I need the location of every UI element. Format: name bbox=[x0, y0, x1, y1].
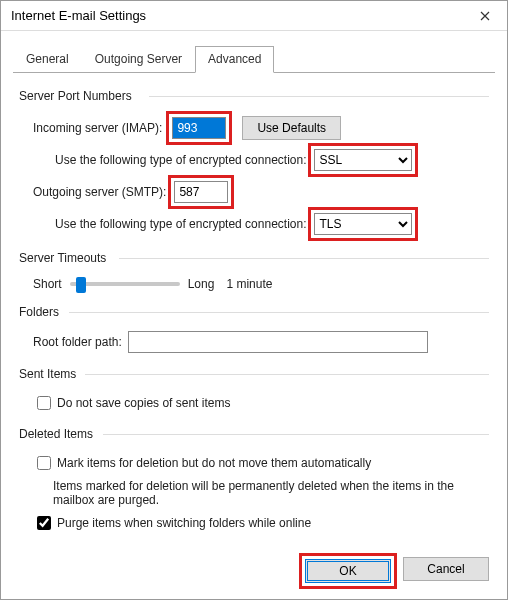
group-server-timeouts-label: Server Timeouts bbox=[19, 251, 106, 265]
mark-deletion-checkbox[interactable] bbox=[37, 456, 51, 470]
cancel-button[interactable]: Cancel bbox=[403, 557, 489, 581]
no-save-sent-label: Do not save copies of sent items bbox=[57, 396, 230, 410]
root-folder-input[interactable] bbox=[128, 331, 428, 353]
window-title: Internet E-mail Settings bbox=[11, 8, 146, 23]
timeout-slider[interactable] bbox=[70, 282, 180, 286]
tab-general-label: General bbox=[26, 52, 69, 66]
dialog-window: Internet E-mail Settings General Outgoin… bbox=[0, 0, 508, 600]
root-folder-label: Root folder path: bbox=[33, 335, 122, 349]
dialog-footer: OK Cancel bbox=[303, 557, 489, 585]
group-server-timeouts: Server Timeouts bbox=[19, 251, 489, 265]
group-deleted-items-label: Deleted Items bbox=[19, 427, 93, 441]
group-folders: Folders bbox=[19, 305, 489, 319]
tab-advanced-label: Advanced bbox=[208, 52, 261, 66]
deletion-note: Items marked for deletion will be perman… bbox=[53, 479, 473, 507]
group-deleted-items: Deleted Items bbox=[19, 427, 489, 441]
tab-general[interactable]: General bbox=[13, 46, 82, 73]
group-sent-items: Sent Items bbox=[19, 367, 489, 381]
outgoing-encryption-select[interactable]: TLS bbox=[314, 213, 412, 235]
incoming-server-label: Incoming server (IMAP): bbox=[33, 121, 162, 135]
group-server-port-numbers-label: Server Port Numbers bbox=[19, 89, 132, 103]
use-defaults-button[interactable]: Use Defaults bbox=[242, 116, 341, 140]
use-defaults-label: Use Defaults bbox=[257, 121, 326, 135]
group-server-port-numbers: Server Port Numbers bbox=[19, 89, 489, 103]
incoming-port-input[interactable] bbox=[172, 117, 226, 139]
outgoing-encryption-label: Use the following type of encrypted conn… bbox=[55, 217, 306, 231]
slider-thumb[interactable] bbox=[76, 277, 86, 293]
titlebar: Internet E-mail Settings bbox=[1, 1, 507, 31]
cancel-label: Cancel bbox=[427, 562, 464, 576]
no-save-sent-checkbox[interactable] bbox=[37, 396, 51, 410]
timeout-long-label: Long bbox=[188, 277, 215, 291]
close-icon bbox=[480, 11, 490, 21]
tab-advanced[interactable]: Advanced bbox=[195, 46, 274, 73]
purge-label: Purge items when switching folders while… bbox=[57, 516, 311, 530]
ok-button[interactable]: OK bbox=[305, 559, 391, 583]
panel-advanced: Server Port Numbers Incoming server (IMA… bbox=[1, 73, 507, 545]
outgoing-server-label: Outgoing server (SMTP): bbox=[33, 185, 166, 199]
tab-outgoing-server[interactable]: Outgoing Server bbox=[82, 46, 195, 73]
outgoing-port-input[interactable] bbox=[174, 181, 228, 203]
incoming-encryption-label: Use the following type of encrypted conn… bbox=[55, 153, 306, 167]
purge-checkbox[interactable] bbox=[37, 516, 51, 530]
tab-outgoing-label: Outgoing Server bbox=[95, 52, 182, 66]
close-button[interactable] bbox=[463, 1, 507, 31]
tab-strip: General Outgoing Server Advanced bbox=[13, 45, 495, 73]
group-folders-label: Folders bbox=[19, 305, 59, 319]
ok-label: OK bbox=[339, 564, 356, 578]
timeout-short-label: Short bbox=[33, 277, 62, 291]
incoming-encryption-select[interactable]: SSL bbox=[314, 149, 412, 171]
mark-deletion-label: Mark items for deletion but do not move … bbox=[57, 456, 371, 470]
timeout-value: 1 minute bbox=[226, 277, 272, 291]
group-sent-items-label: Sent Items bbox=[19, 367, 76, 381]
